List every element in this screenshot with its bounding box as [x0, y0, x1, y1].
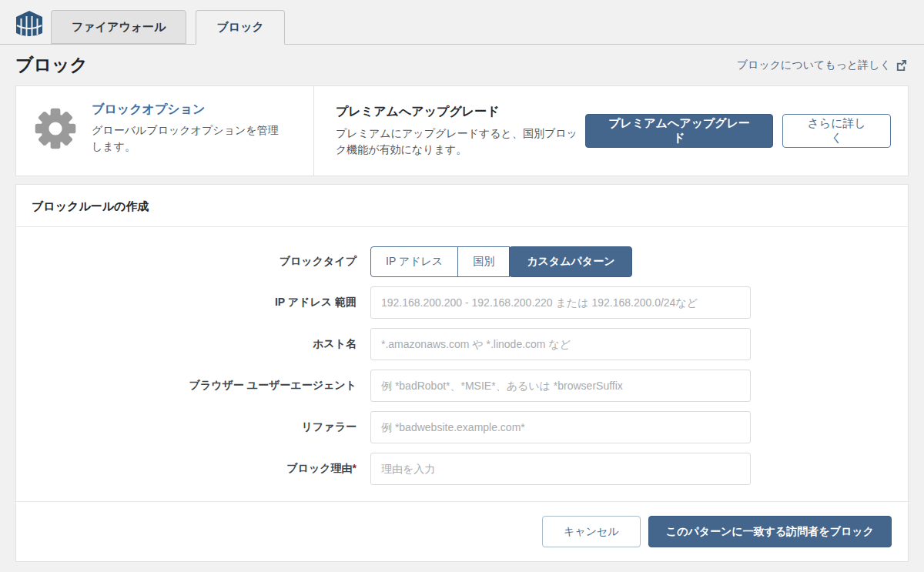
block-type-label: ブロックタイプ — [16, 255, 370, 269]
referrer-row: リファラー — [16, 411, 908, 443]
user-agent-label: ブラウザー ユーザーエージェント — [16, 379, 370, 393]
cancel-button[interactable]: キャンセル — [542, 516, 641, 547]
premium-description: プレミアムにアップグレードすると、国別ブロック機能が有効になります。 — [336, 125, 585, 158]
gear-icon — [33, 106, 78, 151]
create-rule-card: ブロックルールの作成 ブロックタイプ IP アドレス 国別 カスタムパターン I… — [15, 184, 909, 562]
upgrade-premium-button[interactable]: プレミアムへアップグレード — [585, 114, 773, 148]
block-help-link[interactable]: ブロックについてもっと詳しく — [737, 59, 907, 72]
premium-title: プレミアムへアップグレード — [336, 104, 585, 120]
block-type-segmented-control: IP アドレス 国別 カスタムパターン — [370, 246, 632, 277]
tab-block[interactable]: ブロック — [196, 10, 284, 45]
tab-block-label: ブロック — [216, 20, 263, 35]
ip-range-row: IP アドレス 範囲 — [16, 286, 908, 319]
options-premium-card: ブロックオプション グローバルブロックオプションを管理します。 プレミアムへアッ… — [15, 85, 909, 176]
tab-firewall[interactable]: ファイアウォール — [51, 10, 186, 44]
block-options-text: ブロックオプション グローバルブロックオプションを管理します。 — [92, 102, 284, 155]
block-help-link-label: ブロックについてもっと詳しく — [737, 59, 891, 72]
block-reason-label-text: ブロック理由 — [286, 462, 352, 474]
premium-text: プレミアムへアップグレード プレミアムにアップグレードすると、国別ブロック機能が… — [336, 104, 585, 158]
create-rule-title: ブロックルールの作成 — [16, 185, 908, 227]
block-options-link[interactable]: ブロックオプション — [92, 102, 205, 118]
create-rule-form: ブロックタイプ IP アドレス 国別 カスタムパターン IP アドレス 範囲 ホ… — [16, 227, 908, 501]
title-row: ブロック ブロックについてもっと詳しく — [0, 45, 924, 85]
hostname-input[interactable] — [370, 328, 751, 360]
create-rule-footer: キャンセル このパターンに一致する訪問者をブロック — [16, 501, 908, 561]
hostname-row: ホスト名 — [16, 328, 908, 360]
hostname-label: ホスト名 — [16, 337, 370, 351]
ip-range-input[interactable] — [370, 286, 751, 319]
block-options-section: ブロックオプション グローバルブロックオプションを管理します。 — [16, 86, 314, 176]
page-title: ブロック — [15, 53, 88, 77]
block-reason-row: ブロック理由* — [16, 453, 908, 485]
user-agent-row: ブラウザー ユーザーエージェント — [16, 370, 908, 402]
premium-buttons: プレミアムへアップグレード さらに詳しく — [585, 114, 891, 148]
block-type-row: ブロックタイプ IP アドレス 国別 カスタムパターン — [16, 246, 908, 277]
external-link-icon — [896, 59, 907, 71]
ip-range-label: IP アドレス 範囲 — [16, 296, 370, 309]
block-type-country-button[interactable]: 国別 — [457, 246, 510, 277]
block-type-ip-button[interactable]: IP アドレス — [370, 246, 458, 277]
block-matching-visitors-button[interactable]: このパターンに一致する訪問者をブロック — [648, 516, 892, 547]
learn-more-button[interactable]: さらに詳しく — [782, 114, 891, 148]
block-options-description: グローバルブロックオプションを管理します。 — [92, 122, 284, 155]
premium-upgrade-section: プレミアムへアップグレード プレミアムにアップグレードすると、国別ブロック機能が… — [314, 86, 908, 176]
tab-firewall-label: ファイアウォール — [72, 20, 166, 35]
referrer-label: リファラー — [16, 420, 370, 434]
referrer-input[interactable] — [370, 411, 751, 443]
wordfence-logo-icon — [14, 8, 45, 39]
block-type-custom-pattern-button[interactable]: カスタムパターン — [509, 246, 632, 277]
block-reason-label: ブロック理由* — [16, 462, 370, 476]
required-asterisk: * — [353, 462, 357, 474]
block-reason-input[interactable] — [370, 453, 751, 485]
user-agent-input[interactable] — [370, 370, 751, 402]
top-tab-bar: ファイアウォール ブロック — [0, 0, 924, 45]
